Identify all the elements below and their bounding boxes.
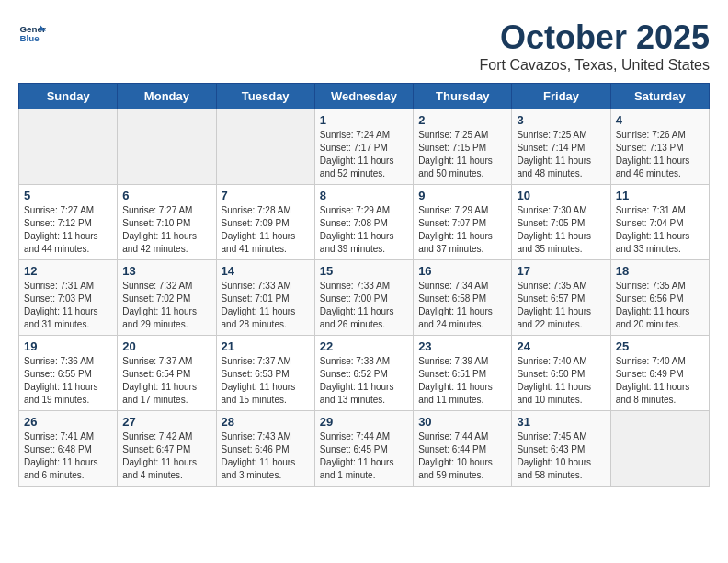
day-cell-11: 11Sunrise: 7:31 AM Sunset: 7:04 PM Dayli… — [610, 185, 709, 260]
day-info: Sunrise: 7:27 AM Sunset: 7:10 PM Dayligh… — [122, 204, 210, 256]
day-info: Sunrise: 7:35 AM Sunset: 6:57 PM Dayligh… — [517, 280, 605, 331]
day-number: 5 — [24, 189, 112, 202]
day-info: Sunrise: 7:29 AM Sunset: 7:08 PM Dayligh… — [320, 204, 408, 256]
day-info: Sunrise: 7:44 AM Sunset: 6:45 PM Dayligh… — [320, 431, 408, 482]
day-cell-26: 26Sunrise: 7:41 AM Sunset: 6:48 PM Dayli… — [19, 411, 118, 487]
calendar-table: SundayMondayTuesdayWednesdayThursdayFrid… — [18, 83, 710, 487]
day-number: 7 — [222, 189, 310, 202]
day-number: 13 — [122, 264, 210, 278]
day-number: 31 — [517, 415, 605, 429]
day-cell-14: 14Sunrise: 7:33 AM Sunset: 7:01 PM Dayli… — [216, 260, 314, 336]
day-cell-31: 31Sunrise: 7:45 AM Sunset: 6:43 PM Dayli… — [512, 411, 610, 487]
logo-icon: General Blue — [18, 18, 46, 46]
day-cell-30: 30Sunrise: 7:44 AM Sunset: 6:44 PM Dayli… — [414, 411, 512, 487]
day-cell-22: 22Sunrise: 7:38 AM Sunset: 6:52 PM Dayli… — [314, 336, 413, 411]
day-cell-10: 10Sunrise: 7:30 AM Sunset: 7:05 PM Dayli… — [512, 185, 610, 260]
day-cell-5: 5Sunrise: 7:27 AM Sunset: 7:12 PM Daylig… — [19, 185, 118, 260]
week-row-2: 5Sunrise: 7:27 AM Sunset: 7:12 PM Daylig… — [19, 185, 710, 260]
day-number: 6 — [122, 189, 210, 202]
day-cell-8: 8Sunrise: 7:29 AM Sunset: 7:08 PM Daylig… — [314, 185, 413, 260]
day-info: Sunrise: 7:31 AM Sunset: 7:03 PM Dayligh… — [24, 280, 112, 331]
empty-cell — [19, 109, 118, 185]
day-cell-2: 2Sunrise: 7:25 AM Sunset: 7:15 PM Daylig… — [414, 109, 512, 185]
day-info: Sunrise: 7:31 AM Sunset: 7:04 PM Dayligh… — [616, 204, 704, 256]
day-number: 2 — [418, 113, 506, 127]
day-cell-28: 28Sunrise: 7:43 AM Sunset: 6:46 PM Dayli… — [216, 411, 314, 487]
day-cell-25: 25Sunrise: 7:40 AM Sunset: 6:49 PM Dayli… — [610, 336, 709, 411]
weekday-header-thursday: Thursday — [414, 84, 512, 109]
day-info: Sunrise: 7:42 AM Sunset: 6:47 PM Dayligh… — [122, 431, 210, 482]
empty-cell — [216, 109, 314, 185]
day-info: Sunrise: 7:35 AM Sunset: 6:56 PM Dayligh… — [616, 280, 704, 331]
day-number: 27 — [122, 415, 210, 429]
day-number: 30 — [418, 415, 506, 429]
day-number: 10 — [517, 189, 605, 202]
day-number: 1 — [320, 113, 408, 127]
day-number: 29 — [320, 415, 408, 429]
day-number: 28 — [222, 415, 310, 429]
day-cell-24: 24Sunrise: 7:40 AM Sunset: 6:50 PM Dayli… — [512, 336, 610, 411]
day-number: 18 — [616, 264, 704, 278]
day-cell-27: 27Sunrise: 7:42 AM Sunset: 6:47 PM Dayli… — [118, 411, 216, 487]
weekday-header-row: SundayMondayTuesdayWednesdayThursdayFrid… — [19, 84, 710, 109]
day-info: Sunrise: 7:33 AM Sunset: 7:00 PM Dayligh… — [320, 280, 408, 331]
day-cell-4: 4Sunrise: 7:26 AM Sunset: 7:13 PM Daylig… — [610, 109, 709, 185]
day-info: Sunrise: 7:29 AM Sunset: 7:07 PM Dayligh… — [418, 204, 506, 256]
weekday-header-wednesday: Wednesday — [314, 84, 413, 109]
day-number: 4 — [616, 113, 704, 127]
title-block: October 2025 Fort Cavazos, Texas, United… — [480, 18, 710, 74]
day-info: Sunrise: 7:30 AM Sunset: 7:05 PM Dayligh… — [517, 204, 605, 256]
day-cell-16: 16Sunrise: 7:34 AM Sunset: 6:58 PM Dayli… — [414, 260, 512, 336]
day-cell-29: 29Sunrise: 7:44 AM Sunset: 6:45 PM Dayli… — [314, 411, 413, 487]
day-info: Sunrise: 7:40 AM Sunset: 6:49 PM Dayligh… — [616, 355, 704, 407]
day-number: 12 — [24, 264, 112, 278]
calendar-subtitle: Fort Cavazos, Texas, United States — [480, 57, 710, 74]
day-info: Sunrise: 7:44 AM Sunset: 6:44 PM Dayligh… — [418, 431, 506, 482]
week-row-4: 19Sunrise: 7:36 AM Sunset: 6:55 PM Dayli… — [19, 336, 710, 411]
day-info: Sunrise: 7:25 AM Sunset: 7:14 PM Dayligh… — [517, 129, 605, 180]
week-row-3: 12Sunrise: 7:31 AM Sunset: 7:03 PM Dayli… — [19, 260, 710, 336]
empty-cell — [118, 109, 216, 185]
day-number: 25 — [616, 339, 704, 353]
day-number: 8 — [320, 189, 408, 202]
day-info: Sunrise: 7:45 AM Sunset: 6:43 PM Dayligh… — [517, 431, 605, 482]
day-number: 19 — [24, 339, 112, 353]
day-info: Sunrise: 7:43 AM Sunset: 6:46 PM Dayligh… — [222, 431, 310, 482]
weekday-header-saturday: Saturday — [610, 84, 709, 109]
day-info: Sunrise: 7:27 AM Sunset: 7:12 PM Dayligh… — [24, 204, 112, 256]
day-info: Sunrise: 7:34 AM Sunset: 6:58 PM Dayligh… — [418, 280, 506, 331]
weekday-header-tuesday: Tuesday — [216, 84, 314, 109]
day-number: 15 — [320, 264, 408, 278]
day-cell-6: 6Sunrise: 7:27 AM Sunset: 7:10 PM Daylig… — [118, 185, 216, 260]
day-number: 23 — [418, 339, 506, 353]
day-cell-17: 17Sunrise: 7:35 AM Sunset: 6:57 PM Dayli… — [512, 260, 610, 336]
day-info: Sunrise: 7:24 AM Sunset: 7:17 PM Dayligh… — [320, 129, 408, 180]
day-info: Sunrise: 7:37 AM Sunset: 6:54 PM Dayligh… — [122, 355, 210, 407]
svg-text:Blue: Blue — [20, 33, 40, 43]
day-number: 14 — [222, 264, 310, 278]
day-info: Sunrise: 7:39 AM Sunset: 6:51 PM Dayligh… — [418, 355, 506, 407]
day-info: Sunrise: 7:38 AM Sunset: 6:52 PM Dayligh… — [320, 355, 408, 407]
day-info: Sunrise: 7:40 AM Sunset: 6:50 PM Dayligh… — [517, 355, 605, 407]
day-number: 9 — [418, 189, 506, 202]
weekday-header-sunday: Sunday — [19, 84, 118, 109]
day-cell-9: 9Sunrise: 7:29 AM Sunset: 7:07 PM Daylig… — [414, 185, 512, 260]
day-number: 26 — [24, 415, 112, 429]
day-number: 21 — [222, 339, 310, 353]
week-row-1: 1Sunrise: 7:24 AM Sunset: 7:17 PM Daylig… — [19, 109, 710, 185]
day-cell-18: 18Sunrise: 7:35 AM Sunset: 6:56 PM Dayli… — [610, 260, 709, 336]
day-cell-3: 3Sunrise: 7:25 AM Sunset: 7:14 PM Daylig… — [512, 109, 610, 185]
day-number: 16 — [418, 264, 506, 278]
week-row-5: 26Sunrise: 7:41 AM Sunset: 6:48 PM Dayli… — [19, 411, 710, 487]
day-info: Sunrise: 7:36 AM Sunset: 6:55 PM Dayligh… — [24, 355, 112, 407]
day-cell-15: 15Sunrise: 7:33 AM Sunset: 7:00 PM Dayli… — [314, 260, 413, 336]
day-number: 3 — [517, 113, 605, 127]
day-number: 11 — [616, 189, 704, 202]
day-info: Sunrise: 7:25 AM Sunset: 7:15 PM Dayligh… — [418, 129, 506, 180]
day-cell-19: 19Sunrise: 7:36 AM Sunset: 6:55 PM Dayli… — [19, 336, 118, 411]
day-cell-20: 20Sunrise: 7:37 AM Sunset: 6:54 PM Dayli… — [118, 336, 216, 411]
day-number: 22 — [320, 339, 408, 353]
day-info: Sunrise: 7:33 AM Sunset: 7:01 PM Dayligh… — [222, 280, 310, 331]
day-info: Sunrise: 7:28 AM Sunset: 7:09 PM Dayligh… — [222, 204, 310, 256]
day-info: Sunrise: 7:26 AM Sunset: 7:13 PM Dayligh… — [616, 129, 704, 180]
